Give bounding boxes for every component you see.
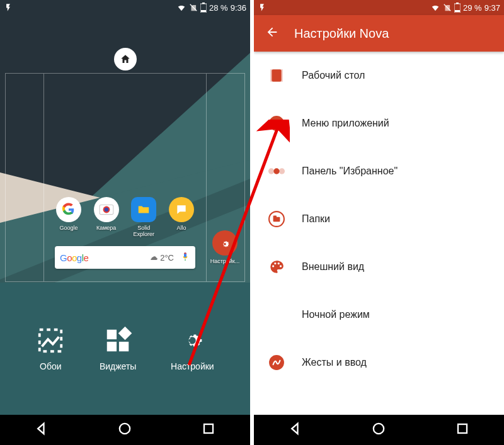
- bolt-icon: [258, 3, 266, 12]
- svg-rect-13: [107, 330, 117, 339]
- svg-rect-1: [202, 3, 205, 4]
- nav-bar: [254, 415, 504, 445]
- svg-point-36: [273, 168, 279, 174]
- svg-rect-22: [272, 69, 281, 82]
- wifi-icon: [430, 3, 440, 12]
- svg-rect-14: [107, 342, 117, 351]
- dots-icon: [268, 162, 285, 180]
- app-bar: Настройки Nova: [254, 15, 504, 52]
- settings-item-folders[interactable]: Папки: [254, 195, 504, 243]
- right-screenshot: 29 % 9:37 Настройки Nova Рабочий стол: [254, 0, 504, 445]
- app-icon-google[interactable]: Google: [54, 197, 84, 237]
- app-icon-camera[interactable]: Камера: [91, 197, 122, 237]
- nova-settings-screen: Настройки Nova Рабочий стол Меню приложе…: [254, 15, 504, 415]
- app-icon-solid-explorer[interactable]: Solid Explorer: [129, 197, 159, 237]
- settings-item-label: Ночной режим: [302, 309, 370, 320]
- bolt-icon: [4, 3, 13, 12]
- wifi-icon: [176, 3, 186, 12]
- app-icon-allo[interactable]: Allo: [166, 197, 197, 237]
- settings-item-label: Панель "Избранное": [302, 166, 398, 177]
- settings-item-label: Внешний вид: [302, 261, 364, 273]
- svg-rect-16: [118, 327, 132, 341]
- svg-point-34: [278, 125, 280, 127]
- moon-icon: [268, 306, 285, 324]
- back-icon[interactable]: [265, 25, 279, 42]
- home-page-preview[interactable]: Google Камера Solid Explorer: [5, 73, 245, 282]
- status-time: 9:37: [484, 3, 500, 13]
- palette-icon: [268, 258, 285, 276]
- qa-widgets[interactable]: Виджеты: [100, 326, 137, 371]
- quick-actions-bar: Обои Виджеты Настройки: [0, 283, 250, 415]
- settings-list[interactable]: Рабочий стол Меню приложений Панель "Изб…: [254, 52, 504, 415]
- grid-icon: [268, 115, 285, 132]
- svg-point-31: [278, 122, 280, 124]
- home-icon: [120, 54, 131, 65]
- nav-back[interactable]: [33, 420, 50, 440]
- settings-item-label: Папки: [302, 213, 330, 225]
- svg-point-26: [273, 120, 275, 121]
- settings-item-label: Меню приложений: [302, 118, 389, 129]
- google-search-widget[interactable]: Google 2°C: [55, 246, 195, 269]
- app-label: Камера: [96, 225, 116, 231]
- svg-rect-20: [456, 3, 459, 4]
- nav-home[interactable]: [370, 420, 387, 440]
- svg-rect-39: [273, 217, 280, 222]
- nav-recent[interactable]: [454, 420, 471, 440]
- svg-point-41: [272, 265, 274, 267]
- settings-item-label: Рабочий стол: [302, 70, 365, 81]
- mic-icon[interactable]: [180, 251, 190, 264]
- app-label: Allo: [176, 225, 186, 231]
- svg-rect-2: [201, 10, 206, 12]
- settings-item-look-feel[interactable]: Внешний вид: [254, 243, 504, 291]
- svg-point-42: [274, 262, 276, 264]
- battery-icon: [200, 3, 207, 13]
- weather-chip[interactable]: 2°C: [149, 253, 174, 262]
- home-screen-edit-mode: Google Камера Solid Explorer: [0, 15, 250, 415]
- app-label: Google: [59, 225, 77, 231]
- settings-item-gestures[interactable]: Жесты и ввод: [254, 339, 504, 386]
- svg-point-28: [278, 120, 280, 121]
- svg-rect-18: [204, 424, 213, 433]
- app-label: Solid Explorer: [129, 225, 159, 237]
- app-bar-title: Настройки Nova: [294, 26, 389, 41]
- svg-point-33: [275, 125, 277, 127]
- status-bar-right: 29 % 9:37: [254, 0, 504, 15]
- settings-item-dock[interactable]: Панель "Избранное": [254, 147, 504, 195]
- gesture-icon: [268, 354, 285, 371]
- qa-label: Обои: [40, 361, 62, 371]
- folder-icon: [268, 210, 285, 228]
- home-badge[interactable]: [114, 48, 137, 70]
- app-icon-nova-settings[interactable]: Настройк...: [210, 230, 240, 264]
- status-time: 9:36: [231, 3, 246, 13]
- svg-point-30: [275, 122, 277, 124]
- qa-label: Виджеты: [100, 361, 137, 371]
- settings-item-desktop[interactable]: Рабочий стол: [254, 52, 504, 99]
- battery-icon: [454, 3, 461, 13]
- desktop-icon: [268, 67, 285, 84]
- svg-point-17: [120, 424, 130, 434]
- qa-settings[interactable]: Настройки: [171, 326, 214, 371]
- battery-pct: 29 %: [463, 3, 482, 13]
- left-screenshot: 28 % 9:36 Google: [0, 0, 250, 445]
- app-label: Настройк...: [210, 258, 240, 264]
- qa-wallpapers[interactable]: Обои: [36, 326, 65, 371]
- settings-item-app-drawer[interactable]: Меню приложений: [254, 99, 504, 147]
- svg-point-43: [278, 262, 280, 264]
- svg-point-35: [268, 168, 274, 174]
- svg-rect-47: [458, 424, 467, 433]
- nav-home[interactable]: [116, 420, 134, 440]
- settings-item-night-mode[interactable]: Ночной режим: [254, 291, 504, 339]
- nav-recent[interactable]: [200, 420, 217, 440]
- qa-label: Настройки: [171, 361, 214, 371]
- nav-back[interactable]: [287, 420, 304, 440]
- svg-rect-24: [281, 69, 283, 82]
- svg-point-29: [273, 122, 275, 124]
- no-sim-icon: [443, 3, 452, 12]
- nav-bar: [0, 415, 250, 445]
- google-logo: Google: [60, 252, 88, 263]
- svg-rect-23: [270, 69, 272, 82]
- svg-point-46: [374, 424, 384, 434]
- svg-point-44: [280, 265, 282, 267]
- battery-pct: 28 %: [209, 3, 228, 13]
- settings-item-label: Жесты и ввод: [302, 357, 367, 368]
